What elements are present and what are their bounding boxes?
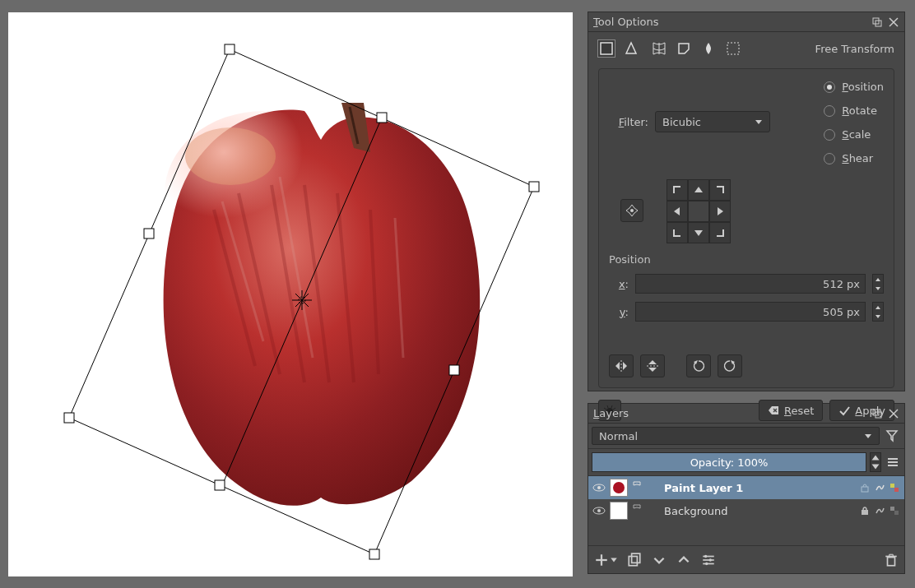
warp-mode-icon[interactable]	[651, 40, 667, 57]
svg-rect-7	[64, 413, 74, 423]
svg-rect-9	[449, 365, 459, 375]
svg-point-58	[597, 486, 601, 489]
transform-mode-label: Free Transform	[815, 43, 894, 55]
opacity-slider[interactable]: Opacity: 100%	[592, 452, 866, 472]
layer-properties-button[interactable]	[700, 552, 717, 568]
chevron-down-icon	[864, 432, 872, 440]
svg-rect-66	[894, 511, 899, 515]
move-layer-up-button[interactable]	[676, 552, 692, 568]
flip-horizontal-button[interactable]	[609, 354, 634, 377]
svg-marker-52	[872, 456, 880, 461]
layer-tag-icon	[631, 503, 643, 518]
svg-point-1	[165, 111, 362, 275]
svg-marker-34	[876, 306, 880, 309]
x-stepper[interactable]	[872, 274, 884, 294]
x-input[interactable]: 512 px	[635, 274, 866, 294]
layer-name-label[interactable]: Background	[646, 505, 855, 517]
inherit-alpha-icon[interactable]	[888, 481, 901, 494]
svg-rect-24	[727, 43, 739, 54]
svg-marker-37	[623, 362, 627, 370]
mesh-mode-icon[interactable]	[725, 40, 741, 57]
svg-point-27	[630, 209, 634, 212]
flip-vertical-button[interactable]	[640, 354, 665, 377]
reset-button[interactable]: Reset	[759, 400, 823, 421]
anchor-tl[interactable]	[667, 179, 688, 201]
y-input[interactable]: 505 px	[635, 302, 866, 322]
filter-label: Filter:	[609, 116, 648, 128]
visibility-icon[interactable]	[592, 503, 606, 518]
perspective-mode-icon[interactable]	[623, 40, 639, 57]
opacity-stepper[interactable]	[870, 452, 881, 472]
lock-icon[interactable]	[858, 481, 871, 494]
canvas[interactable]	[8, 12, 573, 576]
svg-rect-70	[629, 556, 637, 565]
y-stepper[interactable]	[872, 302, 884, 322]
layer-row[interactable]: Background	[588, 499, 904, 522]
anchor-r[interactable]	[709, 201, 731, 222]
svg-point-63	[597, 509, 601, 512]
check-icon	[838, 405, 850, 416]
layer-name-label[interactable]: Paint Layer 1	[646, 482, 855, 494]
scale-radio[interactable]: Scale	[824, 128, 884, 141]
shear-radio[interactable]: Shear	[824, 152, 884, 164]
anchor-t[interactable]	[688, 179, 709, 201]
layer-tag-icon	[631, 480, 643, 495]
svg-marker-36	[615, 362, 620, 370]
delete-layer-button[interactable]	[883, 552, 899, 568]
svg-marker-28	[694, 187, 703, 192]
cage-mode-icon[interactable]	[676, 40, 692, 57]
layer-row[interactable]: Paint Layer 1	[588, 476, 904, 499]
close-icon[interactable]	[888, 408, 899, 419]
rotate-radio[interactable]: Rotate	[824, 104, 884, 117]
blend-mode-select[interactable]: Normal	[592, 427, 880, 445]
lock-icon[interactable]	[858, 504, 871, 517]
detach-icon[interactable]	[871, 408, 883, 419]
free-transform-mode-icon[interactable]	[598, 40, 615, 57]
svg-rect-6	[369, 549, 379, 559]
svg-marker-23	[679, 44, 689, 53]
svg-rect-21	[601, 43, 612, 54]
anchor-c[interactable]	[688, 201, 709, 222]
svg-marker-32	[876, 278, 880, 281]
svg-marker-29	[674, 207, 680, 215]
svg-rect-65	[890, 507, 894, 511]
backspace-icon	[768, 405, 779, 416]
duplicate-layer-button[interactable]	[626, 552, 643, 568]
anchor-br[interactable]	[709, 222, 731, 243]
svg-rect-8	[377, 113, 387, 123]
svg-marker-53	[872, 465, 880, 470]
rotate-cw-button[interactable]	[718, 354, 742, 377]
svg-point-77	[705, 562, 708, 564]
layers-title: Layers	[593, 407, 629, 419]
svg-marker-35	[876, 315, 880, 318]
position-radio[interactable]: Position	[824, 81, 884, 93]
alpha-icon[interactable]	[873, 481, 886, 494]
transform-origin-button[interactable]	[620, 199, 643, 222]
layer-thumbnail	[610, 502, 628, 520]
visibility-icon[interactable]	[592, 480, 606, 495]
layer-filter-icon[interactable]	[883, 427, 901, 445]
svg-rect-59	[862, 487, 868, 492]
anchor-b[interactable]	[688, 222, 709, 243]
svg-marker-39	[648, 368, 657, 372]
add-layer-dropdown-icon[interactable]	[610, 552, 618, 568]
svg-rect-10	[215, 480, 225, 490]
add-layer-button[interactable]	[593, 552, 610, 568]
rotate-ccw-button[interactable]	[686, 354, 711, 377]
svg-rect-64	[862, 510, 868, 515]
svg-rect-4	[225, 44, 235, 54]
alpha-icon[interactable]	[873, 504, 886, 517]
chevron-down-icon	[755, 118, 763, 126]
detach-icon[interactable]	[871, 16, 883, 28]
inherit-alpha-icon[interactable]	[888, 504, 901, 517]
anchor-l[interactable]	[667, 201, 688, 222]
move-layer-down-button[interactable]	[651, 552, 667, 568]
anchor-bl[interactable]	[667, 222, 688, 243]
layer-menu-icon[interactable]	[885, 453, 901, 471]
liquify-mode-icon[interactable]	[700, 40, 717, 57]
anchor-tr[interactable]	[709, 179, 731, 201]
svg-marker-51	[887, 431, 897, 441]
filter-select[interactable]: Bicubic	[655, 111, 770, 132]
svg-point-76	[709, 558, 712, 561]
close-icon[interactable]	[888, 16, 899, 28]
